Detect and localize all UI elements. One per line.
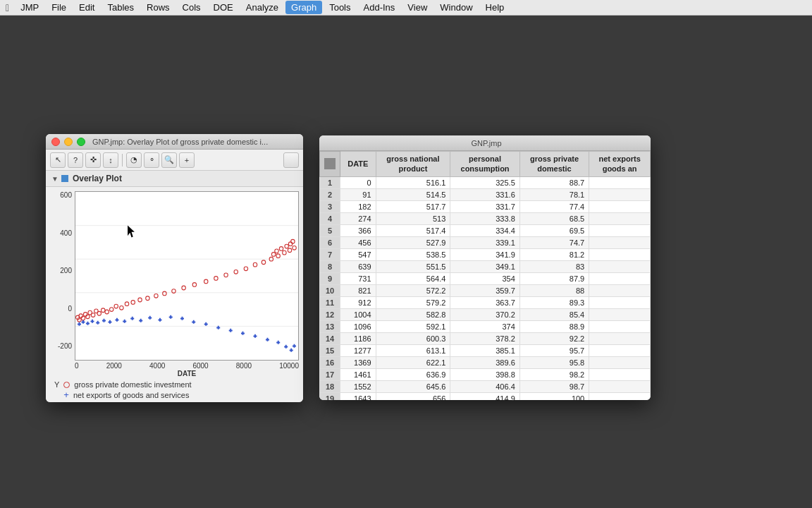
maximize-button[interactable] — [77, 138, 85, 146]
menu-graph[interactable]: Graph — [285, 1, 322, 14]
svg-point-17 — [114, 304, 118, 308]
cell-gnp: 579.2 — [376, 296, 450, 308]
overlay-titlebar: GNP.jmp: Overlay Plot of gross private d… — [46, 134, 303, 150]
svg-point-15 — [105, 310, 109, 314]
col-header-net-exports[interactable]: net exportsgoods an — [589, 152, 651, 177]
cell-date: 912 — [340, 296, 376, 308]
svg-text:+: + — [229, 327, 233, 334]
cell-net-exports — [589, 320, 651, 332]
cell-net-exports — [589, 176, 651, 188]
zoom-tool[interactable]: 🔍 — [161, 152, 177, 168]
menu-jmp[interactable]: JMP — [15, 1, 44, 14]
table-row: 6 456 527.9 339.1 74.7 — [320, 236, 651, 248]
menu-cols[interactable]: Cols — [177, 1, 207, 14]
menu-file[interactable]: File — [46, 1, 72, 14]
cell-gross-private: 95.8 — [519, 356, 589, 368]
x-label-6000: 6000 — [192, 362, 208, 370]
cell-gross-private: 85.4 — [519, 308, 589, 320]
menu-help[interactable]: Help — [480, 1, 510, 14]
svg-point-6 — [79, 314, 82, 318]
menu-analyze[interactable]: Analyze — [240, 1, 284, 14]
arrow-tool[interactable]: ↖ — [50, 152, 66, 168]
cell-personal: 370.2 — [450, 308, 519, 320]
menu-view[interactable]: View — [402, 1, 433, 14]
y-label-600: 600 — [60, 191, 72, 199]
settings-icon[interactable] — [283, 152, 299, 168]
toolbar-sep1 — [122, 154, 123, 167]
svg-point-31 — [234, 270, 238, 274]
plus-tool[interactable]: + — [179, 152, 195, 168]
cell-gross-private: 68.5 — [519, 212, 589, 224]
svg-point-20 — [131, 301, 135, 305]
cell-date: 1004 — [340, 308, 376, 320]
cell-personal: 414.9 — [450, 392, 519, 400]
row-number: 11 — [320, 296, 340, 308]
menu-rows[interactable]: Rows — [141, 1, 176, 14]
row-number: 7 — [320, 248, 340, 260]
cell-date: 731 — [340, 272, 376, 284]
col-header-personal[interactable]: personalconsumption — [450, 152, 519, 177]
cell-gnp: 516.1 — [376, 176, 450, 188]
svg-text:+: + — [86, 320, 90, 327]
help-tool[interactable]: ? — [68, 152, 83, 168]
cell-gross-private: 88.9 — [519, 320, 589, 332]
close-button[interactable] — [51, 138, 60, 146]
panel-collapse-arrow[interactable]: ▼ — [51, 175, 59, 183]
svg-point-29 — [214, 277, 218, 281]
move-tool[interactable]: ↕ — [103, 152, 118, 168]
svg-point-34 — [262, 260, 265, 265]
y-label-400: 400 — [60, 229, 72, 237]
svg-text:+: + — [284, 344, 288, 350]
cell-net-exports — [589, 212, 651, 224]
svg-text:+: + — [204, 321, 208, 327]
row-number: 16 — [320, 356, 340, 368]
col-header-gross-private[interactable]: gross privatedomestic — [519, 152, 589, 177]
menu-window[interactable]: Window — [434, 1, 478, 14]
cell-personal: 385.1 — [450, 344, 519, 356]
cell-gross-private: 98.7 — [519, 380, 589, 392]
overlay-toolbar: ↖ ? ✜ ↕ ◔ ⚬ 🔍 + — [46, 150, 303, 171]
legend-item-1: gross private domestic investment — [63, 380, 191, 389]
col-header-gnp[interactable]: gross nationalproduct — [376, 152, 450, 177]
cell-gnp: 656 — [376, 392, 450, 400]
crosshair-tool[interactable]: ✜ — [85, 152, 101, 168]
cell-gross-private: 88 — [519, 284, 589, 296]
cell-gross-private: 88.7 — [519, 176, 589, 188]
chart-plot[interactable]: + + + + + + + + + + + + + — [75, 191, 299, 361]
filter-icon[interactable] — [324, 158, 336, 169]
lasso-tool[interactable]: ⚬ — [144, 152, 159, 168]
menu-edit[interactable]: Edit — [73, 1, 100, 14]
svg-point-11 — [91, 313, 94, 318]
brush-tool[interactable]: ◔ — [126, 152, 142, 168]
panel-icon — [61, 175, 68, 182]
data-table-container[interactable]: DATE gross nationalproduct personalconsu… — [319, 151, 651, 400]
menu-tools[interactable]: Tools — [324, 1, 356, 14]
y-label-neg200: -200 — [58, 342, 72, 350]
apple-menu[interactable]:  — [6, 2, 9, 13]
overlay-plot-window: GNP.jmp: Overlay Plot of gross private d… — [46, 134, 303, 402]
cell-net-exports — [589, 200, 651, 212]
svg-point-21 — [138, 298, 142, 302]
menu-addins[interactable]: Add-Ins — [358, 1, 401, 14]
minimize-button[interactable] — [64, 138, 73, 146]
svg-point-22 — [146, 296, 149, 301]
svg-text:+: + — [241, 330, 245, 337]
cell-personal: 325.5 — [450, 176, 519, 188]
panel-title: Overlay Plot — [73, 174, 122, 183]
svg-point-39 — [293, 246, 296, 250]
chart-wrapper: 600 400 200 0 -200 — [50, 191, 299, 361]
table-row: 7 547 538.5 341.9 81.2 — [320, 248, 651, 260]
col-header-date[interactable]: DATE — [340, 152, 376, 177]
menu-doe[interactable]: DOE — [208, 1, 239, 14]
table-row: 19 1643 656 414.9 100 — [320, 392, 651, 400]
svg-text:+: + — [254, 333, 257, 339]
legend-y-label: Y gross private domestic investment + ne… — [54, 380, 297, 399]
table-row: 14 1186 600.3 378.2 92.2 — [320, 332, 651, 344]
cell-gross-private: 100 — [519, 392, 589, 400]
cell-date: 1186 — [340, 332, 376, 344]
chart-svg: + + + + + + + + + + + + + — [75, 192, 298, 360]
cell-gnp: 622.1 — [376, 356, 450, 368]
cell-net-exports — [589, 236, 651, 248]
cell-gross-private: 69.5 — [519, 224, 589, 236]
menu-tables[interactable]: Tables — [102, 1, 140, 14]
